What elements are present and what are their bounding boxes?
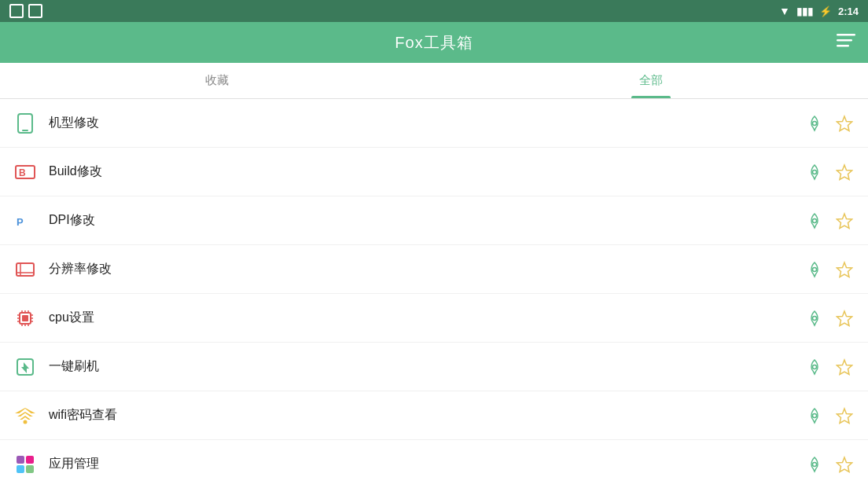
svg-marker-6 (837, 116, 852, 131)
wifi-signal-icon: ▼ (779, 5, 790, 17)
apps-icon (13, 452, 38, 477)
item-actions (804, 112, 855, 134)
item-actions (804, 356, 855, 378)
star-button[interactable] (833, 112, 855, 134)
svg-point-33 (813, 316, 817, 320)
item-actions (804, 259, 855, 281)
svg-point-43 (813, 413, 817, 417)
item-label: 分辨率修改 (49, 261, 804, 277)
svg-rect-45 (17, 456, 24, 464)
list-item[interactable]: 应用管理 (0, 440, 868, 488)
svg-rect-1 (837, 39, 852, 42)
svg-marker-18 (837, 262, 852, 277)
clock: 2:14 (838, 6, 859, 17)
battery-icon: ⚡ (819, 6, 832, 17)
pin-button[interactable] (804, 307, 826, 329)
item-actions (804, 453, 855, 475)
pin-button[interactable] (804, 453, 826, 475)
svg-marker-13 (837, 214, 852, 229)
svg-text:P: P (17, 216, 24, 228)
svg-marker-38 (837, 360, 852, 375)
star-button[interactable] (833, 453, 855, 475)
star-button[interactable] (833, 210, 855, 232)
list-item[interactable]: P DPI修改 (0, 196, 868, 245)
svg-point-12 (813, 218, 817, 222)
app-title: Fox工具箱 (395, 32, 473, 53)
star-button[interactable] (833, 259, 855, 281)
svg-rect-47 (17, 465, 24, 473)
tool-list: 机型修改 B Build修改 (0, 99, 868, 488)
star-button[interactable] (833, 356, 855, 378)
list-item[interactable]: cpu设置 (0, 294, 868, 343)
pin-button[interactable] (804, 210, 826, 232)
list-item[interactable]: 机型修改 (0, 99, 868, 148)
status-bar-left (9, 4, 42, 18)
star-button[interactable] (833, 307, 855, 329)
item-actions (804, 161, 855, 183)
svg-point-17 (813, 267, 817, 271)
resolution-icon (13, 257, 38, 282)
svg-point-37 (813, 365, 817, 369)
phone-model-icon (13, 111, 38, 136)
item-actions (804, 307, 855, 329)
pin-button[interactable] (804, 161, 826, 183)
signal-bars-icon: ▮▮▮ (796, 6, 813, 17)
svg-marker-36 (21, 362, 29, 373)
svg-rect-20 (22, 315, 28, 321)
svg-rect-2 (837, 45, 849, 47)
pin-button[interactable] (804, 356, 826, 378)
svg-marker-44 (837, 409, 852, 424)
svg-text:B: B (19, 167, 26, 178)
dpi-icon: P (13, 208, 38, 233)
item-label: wifi密码查看 (49, 407, 804, 424)
square-icon-1 (9, 4, 24, 18)
svg-rect-0 (837, 34, 855, 36)
svg-point-9 (813, 170, 817, 174)
svg-point-49 (813, 462, 817, 466)
wifi-icon (13, 403, 38, 428)
svg-point-5 (813, 121, 817, 125)
list-item[interactable]: 一键刷机 (0, 343, 868, 391)
list-item[interactable]: wifi密码查看 (0, 391, 868, 440)
item-label: 机型修改 (49, 115, 804, 131)
pin-button[interactable] (804, 259, 826, 281)
item-label: cpu设置 (49, 310, 804, 326)
list-item[interactable]: 分辨率修改 (0, 245, 868, 294)
svg-marker-10 (837, 165, 852, 180)
cpu-icon (13, 306, 38, 331)
menu-button[interactable] (837, 34, 855, 52)
list-item[interactable]: B Build修改 (0, 148, 868, 196)
pin-button[interactable] (804, 405, 826, 427)
flash-icon (13, 354, 38, 380)
svg-rect-14 (17, 263, 34, 276)
svg-marker-50 (837, 457, 852, 472)
item-actions (804, 405, 855, 427)
status-bar: ▼ ▮▮▮ ⚡ 2:14 (0, 0, 868, 22)
star-button[interactable] (833, 161, 855, 183)
tab-all[interactable]: 全部 (434, 63, 868, 98)
app-bar: Fox工具箱 (0, 22, 868, 63)
svg-rect-46 (26, 456, 34, 464)
status-bar-right: ▼ ▮▮▮ ⚡ 2:14 (779, 5, 859, 17)
item-actions (804, 210, 855, 232)
item-label: 一键刷机 (49, 358, 804, 375)
star-button[interactable] (833, 405, 855, 427)
build-icon: B (13, 160, 38, 185)
pin-button[interactable] (804, 112, 826, 134)
tab-bar: 收藏 全部 (0, 63, 868, 99)
square-icon-2 (28, 4, 42, 18)
tab-favorites[interactable]: 收藏 (0, 63, 434, 98)
svg-marker-41 (20, 416, 31, 420)
svg-marker-34 (837, 311, 852, 326)
svg-rect-48 (26, 465, 34, 473)
svg-point-42 (24, 420, 28, 424)
item-label: 应用管理 (49, 456, 804, 472)
item-label: DPI修改 (49, 212, 804, 229)
item-label: Build修改 (49, 163, 804, 180)
